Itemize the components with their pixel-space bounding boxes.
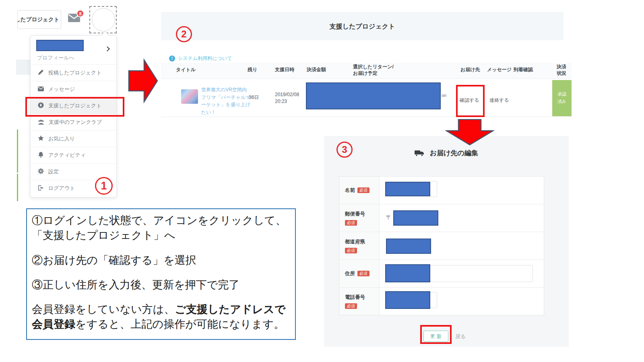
- annotation-box-menu-item: [25, 97, 124, 117]
- edit-delivery-title-text: お届け先の編集: [430, 149, 478, 157]
- required-badge: 必須: [345, 220, 357, 226]
- arrow-down-annotation: [445, 119, 494, 146]
- required-badge: 必須: [357, 187, 369, 193]
- form-row-address: 住所 必須: [339, 259, 544, 287]
- step-marker-1: 1: [95, 177, 113, 195]
- pencil-icon: [38, 69, 44, 76]
- instruction-note: 会員登録をしていない方は、ご支援したアドレスで会員登録をすると、上記の操作が可能…: [32, 302, 290, 332]
- project-thumbnail[interactable]: [181, 89, 198, 104]
- redacted-value: [385, 291, 430, 309]
- annotation-box-confirm: [456, 85, 485, 117]
- column-header-status: 決済 状況: [557, 64, 566, 76]
- system-fee-link[interactable]: ! システム利用料について: [169, 55, 232, 62]
- column-header-title: タイトル: [176, 67, 196, 73]
- info-icon: !: [169, 56, 175, 62]
- envelope-icon: [38, 86, 44, 93]
- screenshot-canvas: したプロジェクト 8 プロフィールへ 投稿したプロジェクト メッセージ 支援した…: [0, 0, 644, 362]
- gear-icon: [38, 168, 44, 175]
- redacted-value: [385, 264, 430, 282]
- redacted-return-info: [306, 82, 441, 109]
- mail-button[interactable]: 8: [68, 13, 86, 29]
- chevron-right-icon: [105, 46, 110, 51]
- menu-item-label: ログアウト: [48, 185, 75, 192]
- truck-icon: [415, 149, 428, 157]
- star-icon: [38, 135, 44, 142]
- menu-item-messages[interactable]: メッセージ: [31, 81, 116, 97]
- logout-icon: [38, 185, 44, 192]
- menu-item-label: アクティビティ: [48, 152, 86, 159]
- menu-item-activity[interactable]: アクティビティ: [31, 147, 116, 163]
- instruction-step-1: ①ログインした状態で、アイコンをクリックして、「支援したプロジェクト」へ: [32, 213, 290, 243]
- menu-item-posted-projects[interactable]: 投稿したプロジェクト: [31, 64, 116, 81]
- required-badge: 必須: [357, 271, 369, 276]
- redacted-username: [36, 40, 84, 51]
- column-header-amount: 決済金額: [307, 67, 326, 73]
- required-badge: 必須: [345, 303, 357, 309]
- table-row-divider: [161, 117, 572, 117]
- menu-item-label: 支援中のファンクラブ: [49, 119, 102, 126]
- form-row-postal: 郵便番号 必須 〒: [339, 204, 544, 232]
- people-icon: [38, 119, 44, 126]
- avatar-selection-box: [89, 6, 117, 33]
- partial-project-button[interactable]: したプロジェクト: [17, 10, 61, 29]
- edit-delivery-title: お届け先の編集: [324, 148, 569, 158]
- instruction-step-2: ②お届け先の「確認する」を選択: [32, 253, 290, 268]
- field-label-name: 名前: [345, 187, 355, 194]
- note-text: 会員登録をしていない方は、: [32, 303, 175, 315]
- instruction-box: ①ログインした状態で、アイコンをクリックして、「支援したプロジェクト」へ ②お届…: [26, 208, 296, 340]
- payment-status-badge: 承認 済み: [552, 80, 572, 116]
- dropdown-profile-header[interactable]: プロフィールへ: [31, 36, 116, 64]
- field-label-phone: 電話番号: [345, 294, 379, 301]
- redacted-value: [386, 239, 431, 254]
- system-fee-link-label: システム利用料について: [178, 55, 232, 62]
- field-label-prefecture: 都道府県: [345, 239, 379, 245]
- menu-item-label: お気に入り: [48, 135, 75, 142]
- back-button[interactable]: 戻る: [455, 333, 466, 340]
- instruction-step-3: ③正しい住所を入力後、更新を押下で完了: [32, 278, 290, 292]
- form-row-phone: 電話番号 必須: [339, 287, 544, 315]
- redacted-value: [393, 210, 438, 226]
- message-contact-link[interactable]: 連絡する: [489, 97, 509, 104]
- mail-icon: [68, 17, 80, 24]
- partial-project-button-label: したプロジェクト: [17, 16, 60, 23]
- page-background-artifact: [16, 60, 30, 75]
- form-row-prefecture: 都道府県 必須: [339, 232, 544, 259]
- menu-item-label: 投稿したプロジェクト: [48, 69, 101, 76]
- page-green-bar-artifact: [17, 130, 18, 173]
- step-marker-2: 2: [176, 26, 192, 42]
- remaining-days: 36日: [249, 94, 259, 101]
- project-title-link[interactable]: 世界最大のVR空間内フリマ「バーチャルマーケット」を盛り上げたい！: [201, 86, 251, 116]
- field-label-postal: 郵便番号: [345, 211, 379, 218]
- menu-item-label: メッセージ: [48, 86, 75, 93]
- column-header-date: 支援日時: [275, 67, 294, 73]
- update-button[interactable]: 更新: [423, 331, 448, 342]
- redacted-value: [385, 182, 430, 196]
- partial-redacted-text: on: [442, 93, 446, 98]
- column-header-arrival: 到着確認: [514, 67, 533, 73]
- menu-item-favorites[interactable]: お気に入り: [31, 130, 116, 147]
- supported-projects-title: 支援したプロジェクト: [161, 23, 564, 31]
- bell-icon: [38, 152, 44, 159]
- form-row-name: 名前 必須: [339, 177, 544, 204]
- field-label-address: 住所: [345, 270, 355, 277]
- arrow-right-annotation: [128, 58, 159, 104]
- required-badge: 必須: [345, 248, 357, 253]
- support-datetime: 2019/02/08 20:23: [275, 91, 299, 105]
- mail-badge: 8: [76, 10, 84, 17]
- page-green-bar-artifact: [17, 174, 18, 201]
- postal-prefix: 〒: [386, 214, 392, 221]
- menu-item-label: 設定: [48, 168, 59, 175]
- profile-link-label: プロフィールへ: [37, 54, 74, 62]
- column-header-delivery: お届け先: [460, 67, 480, 73]
- column-header-remaining: 残り: [248, 67, 257, 73]
- delivery-form: 名前 必須 郵便番号 必須 〒 都道府県 必須: [339, 176, 544, 315]
- avatar[interactable]: [92, 8, 115, 31]
- column-header-return: 選択したリターン/ お届け予定: [353, 64, 394, 76]
- supported-projects-header-bar: 支援したプロジェクト: [161, 12, 564, 40]
- note-text: をすると、上記の操作が可能になります。: [75, 318, 285, 330]
- step-marker-3: 3: [336, 142, 353, 158]
- column-header-message: メッセージ: [487, 67, 512, 73]
